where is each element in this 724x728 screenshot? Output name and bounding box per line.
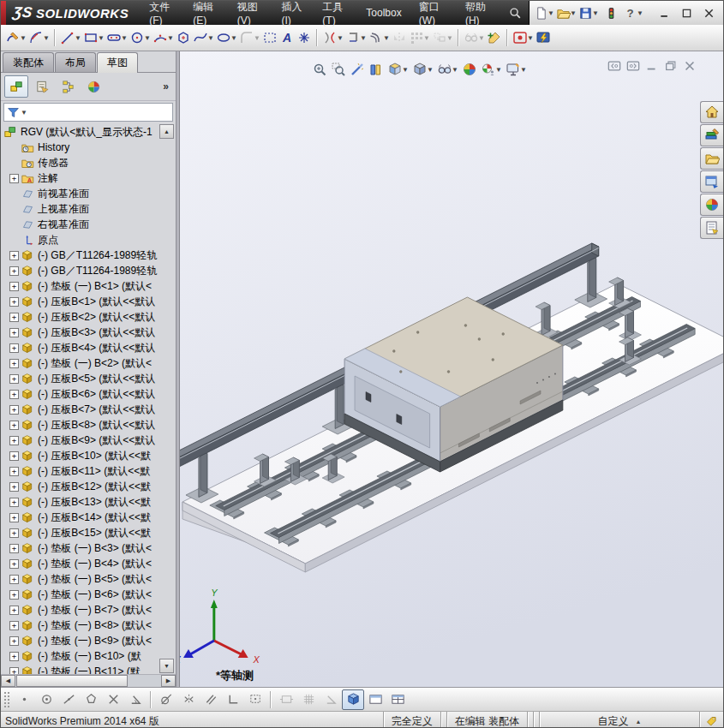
dropdown-arrow-icon[interactable]: ▼ xyxy=(592,9,599,17)
menu-item-编辑(E)[interactable]: 编辑(E) xyxy=(184,1,229,25)
expand-toggle[interactable]: + xyxy=(9,297,19,307)
expand-toggle[interactable]: + xyxy=(9,590,19,600)
tree-item[interactable]: +(-) 垫板 (一) B<10> (默 xyxy=(1,648,176,664)
tree-item[interactable]: +(-) 垫板 (一) B<7> (默认< xyxy=(1,602,176,618)
expand-toggle[interactable]: + xyxy=(9,390,19,399)
tree-item[interactable]: +(-) 压板B<10> (默认<<默 xyxy=(1,448,176,463)
tree-item[interactable]: 上视基准面 xyxy=(1,201,176,217)
snap-perpendicular-button[interactable] xyxy=(222,689,244,710)
trim-button[interactable]: ▼ xyxy=(321,27,344,49)
custom-status[interactable]: 自定义 ▲ xyxy=(539,712,699,728)
home-button[interactable] xyxy=(700,101,723,123)
tree-item[interactable]: +(-) 压板B<12> (默认<<默 xyxy=(1,479,176,494)
tree-item[interactable]: 右视基准面 xyxy=(1,217,176,232)
doc-minimize-button[interactable] xyxy=(644,59,660,73)
tree-item[interactable]: +(-) 垫板 (一) B<2> (默认< xyxy=(1,355,176,371)
expand-toggle[interactable]: + xyxy=(9,436,19,445)
expand-toggle[interactable]: + xyxy=(9,313,19,322)
feature-manager-button[interactable] xyxy=(4,75,28,98)
menu-item-窗口(W)[interactable]: 窗口(W) xyxy=(410,1,457,25)
dropdown-arrow-icon[interactable]: ▼ xyxy=(207,34,214,42)
dropdown-arrow-icon[interactable]: ▼ xyxy=(402,66,409,74)
expand-toggle[interactable]: + xyxy=(9,451,19,461)
zoom-fit-button[interactable] xyxy=(310,58,329,81)
dropdown-arrow-icon[interactable]: ▼ xyxy=(495,66,502,74)
dropdown-arrow-icon[interactable]: ▼ xyxy=(520,66,527,74)
expand-toggle[interactable]: + xyxy=(9,467,19,476)
file-explorer-button[interactable] xyxy=(700,147,723,170)
dropdown-arrow-icon[interactable]: ▼ xyxy=(527,34,534,42)
snap-symmetry-button[interactable] xyxy=(177,689,200,710)
display-style-button[interactable]: ▼ xyxy=(410,58,435,81)
maximize-button[interactable] xyxy=(675,2,697,24)
expand-toggle[interactable]: + xyxy=(9,636,19,646)
shaded-cube-button[interactable] xyxy=(342,689,364,710)
expand-toggle[interactable]: + xyxy=(9,528,19,538)
help-button[interactable]: ?▼ xyxy=(622,2,644,24)
dropdown-arrow-icon[interactable]: ▼ xyxy=(20,34,27,42)
expand-toggle[interactable]: + xyxy=(9,667,19,675)
hscroll-thumb[interactable] xyxy=(16,675,128,687)
expand-toggle[interactable]: + xyxy=(9,359,19,368)
tree-scroll-down-button[interactable]: ▼ xyxy=(159,659,174,673)
dropdown-arrow-icon[interactable]: ▼ xyxy=(230,34,237,42)
menu-item-工具(T)[interactable]: 工具(T) xyxy=(314,1,357,25)
view-orientation-button[interactable]: ▼ xyxy=(386,58,410,81)
text-button[interactable]: A xyxy=(278,27,296,49)
appearances-button[interactable] xyxy=(700,194,723,216)
tree-item[interactable]: +(-) 压板B<3> (默认<<默认 xyxy=(1,325,176,340)
tree-item[interactable]: +A注解 xyxy=(1,170,176,186)
tree-item[interactable]: +(-) 压板B<15> (默认<<默 xyxy=(1,525,176,540)
tree-item[interactable]: +(-) 压板B<14> (默认<<默 xyxy=(1,510,176,525)
new-doc-button[interactable]: ▼ xyxy=(533,2,555,24)
dropdown-arrow-icon[interactable]: ▼ xyxy=(547,9,554,17)
tree-item[interactable]: +(-) 垫板 (一) B<11> (默 xyxy=(1,664,176,674)
rectangle-button[interactable]: ▼ xyxy=(82,27,105,49)
tree-item[interactable]: +(-) 压板B<2> (默认<<默认 xyxy=(1,309,176,325)
doc-prev-button[interactable] xyxy=(607,59,622,73)
expand-toggle[interactable]: + xyxy=(9,606,19,615)
tree-item[interactable]: +(-) 压板B<9> (默认<<默认 xyxy=(1,433,176,448)
open-button[interactable]: ▼ xyxy=(555,2,577,24)
tree-item[interactable]: History xyxy=(1,140,176,155)
tree-item[interactable]: 传感器 xyxy=(1,155,176,170)
dropdown-arrow-icon[interactable]: ▼ xyxy=(167,34,174,42)
expand-toggle[interactable]: + xyxy=(9,282,19,291)
viewport-split-button[interactable] xyxy=(386,689,409,710)
filter-icon[interactable] xyxy=(7,106,20,119)
tab-装配体[interactable]: 装配体 xyxy=(3,52,54,72)
sketch-button[interactable]: ▼ xyxy=(4,27,27,49)
scene-button[interactable]: ▼ xyxy=(479,58,504,81)
snap-center-button[interactable] xyxy=(35,689,57,710)
tab-布局[interactable]: 布局 xyxy=(55,52,96,72)
dropdown-arrow-icon[interactable]: ▼ xyxy=(121,34,128,42)
snap-point-button[interactable] xyxy=(13,689,35,710)
custom-status-arrow-icon[interactable]: ▲ xyxy=(636,719,642,725)
expand-toggle[interactable]: + xyxy=(9,652,19,661)
dropdown-arrow-icon[interactable]: ▼ xyxy=(383,34,390,42)
search-icon[interactable] xyxy=(501,1,529,25)
tree-item[interactable]: +(-) 压板B<4> (默认<<默认 xyxy=(1,340,176,355)
toolbar-grip-handle[interactable] xyxy=(3,691,9,708)
rapid-sketch-button[interactable] xyxy=(535,27,552,49)
configuration-manager-button[interactable] xyxy=(56,75,80,98)
zoom-area-button[interactable] xyxy=(329,58,348,81)
dropdown-arrow-icon[interactable]: ▼ xyxy=(570,9,577,17)
point-button[interactable] xyxy=(296,27,313,49)
slot-button[interactable]: ▼ xyxy=(105,27,129,49)
smart-dimension-button[interactable]: ▼ xyxy=(27,27,51,49)
design-library-button[interactable] xyxy=(700,124,723,146)
tree-item[interactable]: +(-) 垫板 (一) B<9> (默认< xyxy=(1,633,176,648)
tree-item[interactable]: +(-) 垫板 (一) B<8> (默认< xyxy=(1,618,176,633)
expand-toggle[interactable]: + xyxy=(9,482,19,492)
tab-草图[interactable]: 草图 xyxy=(97,52,138,73)
tree-item[interactable]: +(-) GB／T11264-1989轻轨 xyxy=(1,263,176,278)
offset-button[interactable]: ▼ xyxy=(368,27,391,49)
doc-close-button[interactable] xyxy=(682,59,697,73)
hscroll-right-button[interactable]: ▶ xyxy=(161,675,176,687)
tree-item[interactable]: +(-) 压板B<7> (默认<<默认 xyxy=(1,402,176,417)
dropdown-arrow-icon[interactable]: ▼ xyxy=(360,34,367,42)
menu-item-视图(V)[interactable]: 视图(V) xyxy=(229,1,273,25)
expand-toggle[interactable]: + xyxy=(9,174,19,183)
tree-filter-field[interactable]: ▼ xyxy=(3,103,173,122)
